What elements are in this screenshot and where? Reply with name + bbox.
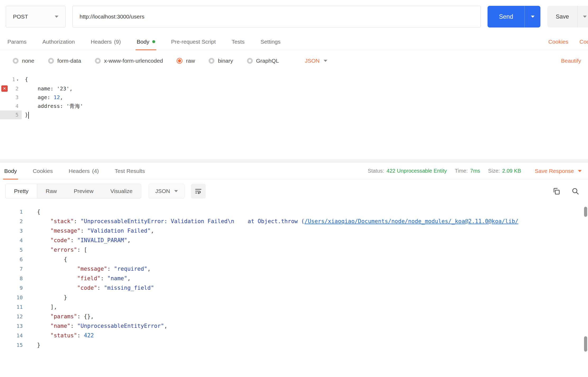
save-response-button[interactable]: Save Response [535, 168, 582, 174]
tab-settings[interactable]: Settings [260, 33, 281, 50]
code-line: } [22, 111, 588, 119]
error-icon: ✕ [1, 85, 8, 92]
code-row: 3 "message": "Validation Failed", [0, 226, 588, 236]
body-language-select[interactable]: JSON [305, 58, 327, 64]
save-options-button[interactable] [577, 6, 588, 27]
code-link[interactable]: Code [580, 39, 588, 45]
code-line: "params": {}, [27, 312, 588, 321]
method-value: POST [13, 13, 28, 20]
code-line: { [27, 255, 588, 264]
body-type-raw[interactable]: raw [177, 58, 195, 64]
tab-body[interactable]: Body [137, 33, 155, 50]
code-line: { [27, 207, 588, 217]
code-row: 10 } [0, 293, 588, 302]
save-button[interactable]: Save [547, 6, 577, 27]
response-tab-body[interactable]: Body [4, 163, 17, 179]
radio-checked-icon [177, 58, 182, 64]
body-type-form-data[interactable]: form-data [48, 58, 81, 64]
body-type-graphql[interactable]: GraphQL [247, 58, 279, 64]
chevron-down-icon [531, 16, 535, 18]
line-number: 1 [0, 207, 27, 217]
line-number: 13 [0, 321, 27, 331]
response-view-switcher: Pretty Raw Preview Visualize [5, 184, 141, 199]
send-button-group: Send [488, 6, 540, 27]
request-tabs: Params Authorization Headers(9) Body Pre… [0, 33, 588, 50]
response-headers-count: (4) [92, 168, 99, 174]
response-action-icons [552, 186, 580, 196]
url-value: http://localhost:3000/users [80, 13, 144, 20]
code-line: address: '青海' [22, 102, 588, 111]
tab-params[interactable]: Params [7, 33, 26, 50]
view-tab-preview[interactable]: Preview [65, 184, 102, 198]
line-number: 1▾ [0, 75, 22, 84]
tab-pre-request-script[interactable]: Pre-request Script [171, 33, 216, 50]
code-line: "status": 422 [27, 331, 588, 340]
size-value: 2.09 KB [502, 168, 521, 174]
method-select[interactable]: POST [6, 6, 66, 27]
response-language-select[interactable]: JSON [149, 184, 185, 199]
response-toolbar: Pretty Raw Preview Visualize JSON [0, 180, 588, 202]
page-scrollbar-thumb[interactable] [584, 336, 587, 352]
request-url-bar: POST http://localhost:3000/users Send Sa… [0, 0, 588, 33]
search-button[interactable] [571, 186, 580, 196]
code-row: 11 ], [0, 302, 588, 312]
line-number: 8 [0, 274, 27, 283]
line-number: 6 [0, 255, 27, 264]
code-line: "errors": [ [27, 245, 588, 255]
wrap-lines-icon [195, 187, 202, 195]
copy-icon [552, 187, 560, 195]
body-type-binary[interactable]: binary [209, 58, 233, 64]
cookies-link[interactable]: Cookies [548, 39, 568, 45]
stack-trace-link[interactable]: /Users/xiaoqiao/Documents/node/node_modu… [304, 218, 518, 224]
fold-caret-icon[interactable]: ▾ [16, 78, 19, 82]
response-tab-cookies[interactable]: Cookies [33, 163, 53, 179]
chevron-down-icon [324, 60, 327, 62]
code-row: 5 "errors": [ [0, 245, 588, 255]
text-cursor [28, 112, 29, 119]
response-body-editor[interactable]: 1{2 "stack": "UnprocessableEntityError: … [0, 202, 588, 377]
chevron-down-icon [174, 190, 178, 192]
code-row: 6 { [0, 255, 588, 264]
view-tab-visualize[interactable]: Visualize [102, 184, 141, 198]
panel-splitter[interactable] [0, 159, 588, 163]
code-row: 8 "field": "name", [0, 274, 588, 283]
wrap-lines-button[interactable] [191, 184, 206, 199]
line-number: 12 [0, 312, 27, 321]
code-row: 3 age: 12, [0, 93, 588, 102]
radio-icon [209, 58, 214, 64]
body-type-none[interactable]: none [13, 58, 34, 64]
view-tab-raw[interactable]: Raw [37, 184, 65, 198]
code-line: "field": "name", [27, 274, 588, 283]
line-number: 15 [0, 340, 27, 350]
tab-authorization[interactable]: Authorization [42, 33, 75, 50]
response-scrollbar-thumb[interactable] [584, 207, 587, 217]
code-row: 7 "message": "required", [0, 264, 588, 274]
response-tab-headers[interactable]: Headers(4) [69, 163, 99, 179]
send-button[interactable]: Send [488, 6, 525, 27]
chevron-down-icon [578, 170, 582, 172]
line-number: 5 [0, 111, 22, 119]
body-type-x-www-form-urlencoded[interactable]: x-www-form-urlencoded [95, 58, 163, 64]
body-content-dot-icon [152, 40, 155, 43]
response-tab-test-results[interactable]: Test Results [115, 163, 145, 179]
response-meta-bar: Body Cookies Headers(4) Test Results Sta… [0, 163, 588, 180]
tab-headers[interactable]: Headers(9) [91, 33, 121, 50]
size-label: Size: [488, 168, 500, 174]
code-line: "stack": "UnprocessableEntityError: Vali… [27, 217, 588, 226]
code-row: 1{ [0, 207, 588, 217]
code-line: "message": "Validation Failed", [27, 226, 588, 236]
line-number: 11 [0, 302, 27, 312]
code-row: 9 "code": "missing_field" [0, 283, 588, 293]
view-tab-pretty[interactable]: Pretty [6, 184, 37, 198]
send-options-button[interactable] [525, 6, 540, 27]
chevron-down-icon [55, 16, 58, 18]
request-body-editor[interactable]: 1▾{✕2 name: '23',3 age: 12,4 address: '青… [0, 71, 588, 159]
url-input[interactable]: http://localhost:3000/users [72, 6, 481, 27]
beautify-link[interactable]: Beautify [561, 58, 581, 64]
tab-tests[interactable]: Tests [232, 33, 245, 50]
time-value: 7ms [470, 168, 480, 174]
copy-button[interactable] [552, 186, 561, 196]
radio-icon [48, 58, 54, 64]
radio-icon [247, 58, 253, 64]
chevron-down-icon [583, 16, 587, 18]
